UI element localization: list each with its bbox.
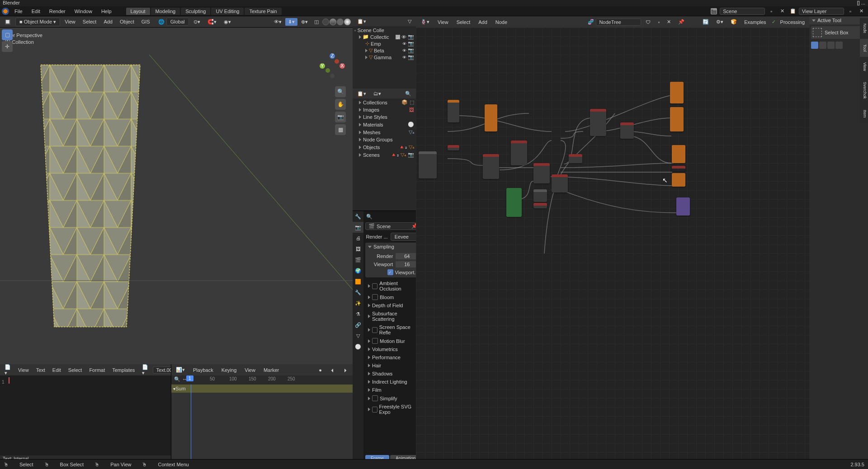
section-checkbox[interactable] <box>372 283 377 289</box>
editor-type-icon[interactable]: 🔲 <box>2 18 14 26</box>
text-edit-area[interactable]: 1 <box>0 375 171 455</box>
node-out-e[interactable] <box>672 173 685 187</box>
te-menu-format[interactable]: Format <box>86 366 108 374</box>
mode-set-icon[interactable] <box>811 42 818 49</box>
section-checkbox[interactable] <box>372 407 377 413</box>
ne-menu-node[interactable]: Node <box>493 19 510 26</box>
cursor-tool-icon[interactable]: ✛ <box>2 41 13 52</box>
node-green-a[interactable] <box>506 188 522 217</box>
outliner-tree[interactable]: ▫ Scene Colle 📁 Collectic ✓ 👁📷 ⊹ Emp 👁📷 … <box>353 26 416 89</box>
render-samples-field[interactable]: 64 <box>396 253 418 259</box>
tab-texture[interactable]: Texture Pain <box>245 8 281 15</box>
refresh-icon[interactable]: 🔄 <box>700 18 712 26</box>
tl-menu-keying[interactable]: Keying <box>219 366 240 374</box>
nodetree-field[interactable]: NodeTree <box>596 19 641 26</box>
vp-menu-add[interactable]: Add <box>101 18 115 25</box>
menu-window[interactable]: Window <box>71 8 96 15</box>
te-menu-text[interactable]: Text <box>33 366 48 374</box>
node-red-b[interactable] <box>483 154 499 179</box>
tl-menu-view[interactable]: View <box>242 366 258 374</box>
node-red-c[interactable] <box>511 141 527 165</box>
section-film-header[interactable]: Film <box>365 386 421 394</box>
menu-file[interactable]: File <box>11 8 26 15</box>
section-indirect-lighting-header[interactable]: Indirect Lighting <box>365 378 421 386</box>
section-motion-blur-header[interactable]: Motion Blur <box>365 337 421 345</box>
ne-menu-add[interactable]: Add <box>476 19 490 26</box>
section-freestyle-svg-expo-header[interactable]: Freestyle SVG Expo <box>365 403 421 416</box>
node-red-e[interactable] <box>552 174 568 192</box>
viewlayer-browse-button[interactable]: ▫ <box>847 8 854 15</box>
node-red-d[interactable] <box>533 163 550 183</box>
shading-modes[interactable] <box>322 19 351 25</box>
ne-examples[interactable]: Examples <box>741 19 769 26</box>
scene-browse-button[interactable]: ▫ <box>768 8 775 15</box>
autokey-toggle[interactable]: ● <box>316 366 325 374</box>
blend-editor-icon[interactable]: 📋▾ <box>354 90 369 98</box>
zoom-tool-icon[interactable]: 🔍 <box>335 86 346 97</box>
tab-sculpting[interactable]: Sculpting <box>181 8 210 15</box>
section-screen-space-refle-header[interactable]: Screen Space Refle <box>365 323 421 337</box>
orientation-dropdown[interactable]: Global <box>166 18 189 26</box>
sidebar-active-tool-header[interactable]: Active Tool <box>809 16 868 24</box>
ptab-modifier[interactable]: 🔧 <box>353 287 363 298</box>
tab-modeling[interactable]: Modeling <box>151 8 180 15</box>
mode-subtract-icon[interactable] <box>827 42 835 49</box>
blend-images[interactable]: Images🖼 <box>353 106 416 113</box>
select-box-tool-button[interactable]: Select Box ▾ <box>811 26 866 39</box>
eye-icon[interactable]: 👁 <box>402 48 406 53</box>
ne-processing[interactable]: Processing <box>778 19 807 26</box>
nodetree-browse-button[interactable]: ▫ <box>655 19 662 26</box>
node-gray-a[interactable] <box>419 151 437 178</box>
outliner-item-beta[interactable]: ▽ Beta 👁📷 <box>353 47 416 54</box>
mode-invert-icon[interactable] <box>835 42 843 49</box>
ptab-constraint[interactable]: 🔗 <box>353 319 363 330</box>
section-bloom-header[interactable]: Bloom <box>365 293 421 301</box>
node-out-c[interactable] <box>672 145 685 163</box>
snap-toggle[interactable]: 🧲▾ <box>205 18 219 26</box>
vtab-tool[interactable]: Tool <box>860 39 868 57</box>
vtab-node[interactable]: Node <box>860 18 868 39</box>
outliner-item-empty[interactable]: ⊹ Emp 👁📷 <box>353 40 416 47</box>
playhead[interactable] <box>191 385 191 464</box>
ptab-tool[interactable]: 🔧 <box>353 211 363 222</box>
settings-icon[interactable]: ⚙▾ <box>713 18 726 26</box>
shield-icon[interactable]: 🛡 <box>643 19 653 26</box>
scene-field[interactable]: Scene <box>720 8 765 15</box>
vtab-item[interactable]: Item <box>860 104 868 123</box>
outliner-item-collection[interactable]: 📁 Collectic ✓ 👁📷 <box>353 33 416 40</box>
te-menu-templates[interactable]: Templates <box>109 366 137 374</box>
node-red-h[interactable] <box>590 109 606 136</box>
section-checkbox[interactable] <box>372 338 378 344</box>
ptab-output[interactable]: 🖨 <box>353 233 363 244</box>
viewport-samples-field[interactable]: 16 <box>396 261 418 267</box>
ptab-object[interactable]: 🟧 <box>353 276 363 287</box>
visibility-dropdown[interactable]: 👁▾ <box>271 18 284 26</box>
blend-meshes[interactable]: Meshes▽₄ <box>353 128 416 136</box>
node-red-f[interactable] <box>569 154 582 163</box>
ptab-physics[interactable]: ⚗ <box>353 309 363 319</box>
search-icon[interactable]: 🔍 <box>402 90 414 98</box>
timeline-tracks[interactable]: ▾ Sum <box>171 385 353 464</box>
section-shadows-header[interactable]: Shadows <box>365 370 421 378</box>
node-canvas[interactable]: ↖ <box>416 28 809 464</box>
outliner-item-gamma[interactable]: ▽ Gamma 👁📷 <box>353 54 416 61</box>
ptab-particle[interactable]: ✨ <box>353 298 363 309</box>
search-icon[interactable]: 🔍 <box>366 214 373 220</box>
camera-icon[interactable]: 📷 <box>408 47 414 53</box>
checkbox-icon[interactable]: ✓ <box>396 35 400 39</box>
tl-menu-playback[interactable]: Playback <box>190 366 216 374</box>
te-menu-view[interactable]: View <box>15 366 32 374</box>
blend-objects[interactable]: Objects🔺₂▽₄ <box>353 143 416 151</box>
perspective-tool-icon[interactable]: ▦ <box>335 124 346 135</box>
section-checkbox[interactable] <box>372 395 378 401</box>
section-checkbox[interactable] <box>372 327 377 333</box>
camera-icon[interactable]: 📷 <box>408 34 414 40</box>
gizmo-toggle[interactable]: ⬇▾ <box>285 18 297 26</box>
eye-icon[interactable]: 👁 <box>402 55 406 60</box>
menu-help[interactable]: Help <box>98 8 115 15</box>
vtab-view[interactable]: View <box>860 57 868 76</box>
mode-extend-icon[interactable] <box>819 42 826 49</box>
outliner-editor-icon[interactable]: 📋▾ <box>354 18 369 25</box>
tl-menu-marker[interactable]: Marker <box>261 366 282 374</box>
xray-toggle[interactable]: ◫ <box>311 18 321 26</box>
